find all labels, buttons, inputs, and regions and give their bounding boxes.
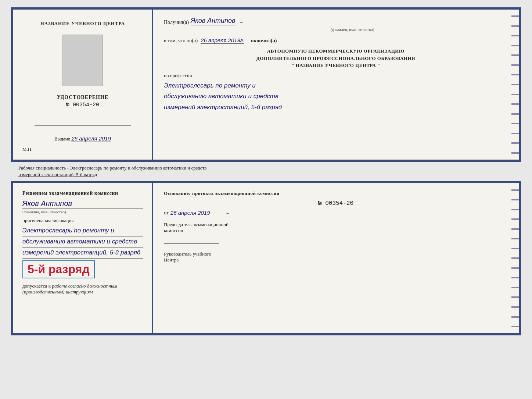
razryad-highlight-box: 5-й разряд: [22, 260, 95, 278]
profession-line1: Электрослесарь по ремонту и: [164, 81, 508, 92]
diploma-bottom: Решением экзаменационной комиссии Яков А…: [11, 181, 521, 335]
osnovanie-label: Основание: протокол экзаменационной коми…: [164, 190, 508, 196]
ot-prefix: от: [164, 210, 169, 216]
profession-line3: измерений электростанций, 5-й разряд: [164, 102, 508, 113]
recipient-name: Яков Антипов: [191, 17, 236, 25]
vydano-block: Выдано 26 апреля 2019: [54, 135, 111, 142]
page-wrapper: НАЗВАНИЕ УЧЕБНОГО ЦЕНТРА УДОСТОВЕРЕНИЕ №…: [4, 4, 528, 339]
rukovoditel-block: Руководитель учебного Центра: [164, 251, 508, 273]
rukovoditel-line2: Центра: [164, 257, 508, 263]
predsedatel-line1: Председатель экзаменационной: [164, 222, 508, 228]
dash: –: [240, 19, 243, 25]
org-line3: " НАЗВАНИЕ УЧЕБНОГО ЦЕНТРА ": [164, 62, 508, 69]
diploma-top: НАЗВАНИЕ УЧЕБНОГО ЦЕНТРА УДОСТОВЕРЕНИЕ №…: [11, 7, 521, 162]
predsedatel-signature: [164, 236, 219, 244]
vydano-date: 26 апреля 2019: [71, 135, 111, 142]
poluchil-label: Получил(а): [164, 19, 189, 25]
org-line1: АВТОНОМНУЮ НЕКОММЕРЧЕСКУЮ ОРГАНИЗАЦИЮ: [164, 47, 508, 55]
okonchill-label: окончил(а): [251, 38, 277, 44]
ot-line: от 26 апреля 2019 –: [164, 210, 508, 216]
qual-line3: измерений электростанций, 5-й разряд: [22, 247, 143, 259]
between-line1: Рабочая специальность - Электрослесарь п…: [18, 165, 514, 171]
cert-image: [62, 35, 103, 86]
diploma-bottom-right: Основание: протокол экзаменационной коми…: [153, 183, 519, 333]
bottom-name: Яков Антипов: [22, 199, 143, 209]
rukovoditel-line1: Руководитель учебного: [164, 251, 508, 257]
profession-line2: обслуживанию автоматики и средств: [164, 91, 508, 102]
fio-label-top: (фамилия, имя, отчество): [197, 27, 508, 32]
fio-label-bottom: (фамилия, имя, отчество): [22, 210, 143, 214]
ot-date: 26 апреля 2019: [170, 210, 210, 216]
org-block: АВТОНОМНУЮ НЕКОММЕРЧЕСКУЮ ОРГАНИЗАЦИЮ ДО…: [164, 47, 508, 69]
qual-block: Электрослесарь по ремонту и обслуживанию…: [22, 225, 143, 259]
udostoverenie-block: УДОСТОВЕРЕНИЕ № 00354-20: [57, 95, 108, 109]
vtom-label: в том, что он(а): [164, 38, 198, 44]
date-completed: 26 апреля 2019г.: [201, 37, 244, 44]
between-line2: измерений электростанций, 5-й разряд: [18, 171, 514, 178]
diploma-right-panel: Получил(а) Яков Антипов – (фамилия, имя,…: [153, 10, 519, 160]
bottom-right-decor: [511, 183, 519, 333]
qual-line2: обслуживанию автоматики и средств: [22, 236, 143, 247]
predsedatel-block: Председатель экзаменационной комиссии: [164, 222, 508, 244]
right-decor: [511, 10, 519, 160]
qual-line1: Электрослесарь по ремонту и: [22, 225, 143, 236]
dash-right: –: [227, 210, 229, 216]
razryad-big-text: 5-й разряд: [28, 263, 90, 276]
udostoverenie-number: № 00354-20: [57, 102, 108, 109]
dopuskaetsya-block: допускается к работе согласно должностны…: [22, 283, 143, 295]
rukovoditel-signature: [164, 266, 219, 273]
vydano-label: Выдано: [54, 136, 70, 142]
org-name-top: НАЗВАНИЕ УЧЕБНОГО ЦЕНТРА: [40, 21, 125, 26]
mp-label: М.П.: [22, 146, 32, 152]
diploma-left-panel: НАЗВАНИЕ УЧЕБНОГО ЦЕНТРА УДОСТОВЕРЕНИЕ №…: [13, 10, 153, 160]
po-professii-label: по профессии: [164, 73, 508, 79]
profession-block: Электрослесарь по ремонту и обслуживанию…: [164, 81, 508, 114]
prisvoena-label: присвоена квалификация: [22, 218, 143, 224]
protocol-number: № 00354-20: [164, 200, 508, 207]
poluchil-line: Получил(а) Яков Антипов –: [164, 17, 508, 25]
dopuskaetsya-label: допускается к: [22, 283, 51, 289]
org-line2: ДОПОЛНИТЕЛЬНОГО ПРОФЕССИОНАЛЬНОГО ОБРАЗО…: [164, 55, 508, 62]
udostoverenie-title: УДОСТОВЕРЕНИЕ: [57, 95, 108, 100]
between-text: Рабочая специальность - Электрослесарь п…: [11, 162, 521, 181]
diploma-bottom-left: Решением экзаменационной комиссии Яков А…: [13, 183, 153, 333]
predsedatel-line2: комиссии: [164, 228, 508, 234]
vtom-line: в том, что он(а) 26 апреля 2019г. окончи…: [164, 37, 508, 44]
resheniem-label: Решением экзаменационной комиссии: [22, 190, 143, 196]
